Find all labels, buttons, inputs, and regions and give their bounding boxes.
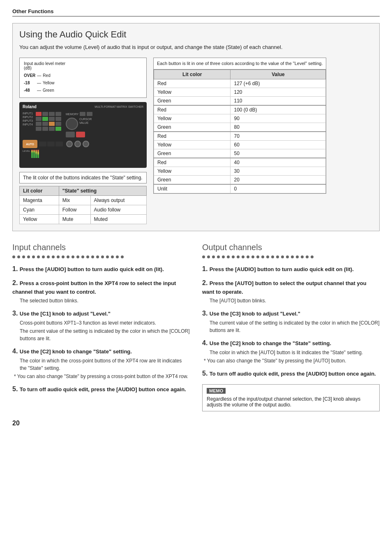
meter-row-over: OVER — Red — [24, 72, 142, 79]
input-channels-title: Input channels — [12, 243, 190, 253]
memo-label: MEMO — [207, 388, 226, 394]
section-desc: You can adjust the volume (Level) of aud… — [19, 44, 373, 50]
dot — [237, 255, 240, 258]
input-channel-dots — [12, 255, 190, 258]
dot — [76, 255, 79, 258]
dot — [202, 255, 205, 258]
table-row group-sep: Red 70 — [154, 132, 326, 141]
list-item: 4. Use the [C2] knob to change the "Stat… — [202, 338, 380, 364]
right-value-box: Each button is lit in one of three color… — [153, 58, 326, 194]
dot — [311, 255, 314, 258]
dot — [96, 255, 99, 258]
list-item: 5. To turn off audio quick edit, press t… — [202, 369, 380, 378]
channels-section: Input channels — [12, 243, 380, 411]
state-table-container: The lit color of the buttons indicates t… — [19, 172, 147, 224]
dot — [276, 255, 279, 258]
dot — [111, 255, 114, 258]
other-functions-title: Other Functions — [12, 8, 380, 16]
list-item: 3. Use the [C3] knob to adjust "Level." … — [202, 309, 380, 334]
dot — [281, 255, 284, 258]
table-row: Green 110 — [154, 97, 326, 106]
memo-text: Regardless of the input/output channel s… — [207, 396, 375, 408]
table-row group-sep: Red 100 (0 dB) — [154, 105, 326, 114]
table-row group-sep: Unlit 0 — [154, 184, 326, 193]
dot — [296, 255, 299, 258]
table-row: Magenta Mix Always output — [20, 196, 147, 205]
table-row: Red 127 (+6 dB) — [154, 79, 326, 88]
dot — [37, 255, 40, 258]
dot — [116, 255, 119, 258]
list-item: 2. Press the [AUTO] button to select the… — [202, 278, 380, 304]
table-row: Yellow 90 — [154, 114, 326, 123]
table-row: Yellow 60 — [154, 141, 326, 149]
list-item: 5. To turn off audio quick edit, press t… — [12, 384, 190, 394]
output-channels-title: Output channels — [202, 243, 380, 253]
dot — [121, 255, 124, 258]
device-brand: Roland — [23, 104, 37, 109]
section-heading-text: Other Functions — [12, 8, 53, 14]
dot — [291, 255, 294, 258]
dot — [71, 255, 74, 258]
dot — [222, 255, 225, 258]
left-diagram: Input audio level meter(dB) OVER — Red -… — [19, 58, 147, 224]
dot — [247, 255, 249, 258]
value-table: Lit color Value Red 127 (+6 dB) Yellow 1… — [154, 70, 326, 193]
state-col1-header: Lit color — [20, 186, 59, 196]
list-item: 4. Use the [C2] knob to change "State" s… — [12, 346, 190, 380]
table-row: Yellow 120 — [154, 88, 326, 97]
state-table: Lit color "State" setting Magenta Mix Al… — [19, 186, 147, 224]
dot — [256, 255, 259, 258]
dot — [242, 255, 244, 258]
table-row: Green 20 — [154, 176, 326, 185]
output-steps-list: 1. Press the [AUDIO] button to turn audi… — [202, 264, 380, 378]
dot — [47, 255, 50, 258]
dot — [62, 255, 65, 258]
dot — [306, 255, 309, 258]
dot — [81, 255, 84, 258]
dot — [232, 255, 235, 258]
dot — [301, 255, 304, 258]
dot — [32, 255, 35, 258]
diagram-area: Input audio level meter(dB) OVER — Red -… — [19, 58, 373, 224]
device-image: Roland MULTI-FORMAT MATRIX SWITCHER INPU… — [19, 102, 147, 168]
input-steps-list: 1. Press the [AUDIO] button to turn audi… — [12, 264, 190, 394]
list-item: 2. Press a cross-point button in the XPT… — [12, 278, 190, 304]
dot — [17, 255, 20, 258]
dot — [67, 255, 69, 258]
state-caption: The lit color of the buttons indicates t… — [19, 172, 147, 183]
output-channel-dots — [202, 255, 380, 258]
dot — [101, 255, 104, 258]
table-row: Cyan Follow Audio follow — [20, 205, 147, 215]
dot — [57, 255, 60, 258]
input-channels-col: Input channels — [12, 243, 190, 411]
dot — [286, 255, 289, 258]
value-col1-header: Lit color — [154, 70, 231, 79]
dot — [42, 255, 45, 258]
output-channels-col: Output channels — [202, 243, 380, 411]
dot — [251, 255, 254, 258]
table-row: Yellow 30 — [154, 167, 326, 176]
meter-levels: OVER — Red -18 — Yellow -48 — Green — [24, 72, 142, 94]
section-title: Using the Audio Quick Edit — [19, 29, 373, 40]
meter-row-18: -18 — Yellow — [24, 79, 142, 87]
dot — [217, 255, 220, 258]
memo-box: MEMO Regardless of the input/output chan… — [202, 384, 380, 411]
dot — [271, 255, 274, 258]
meter-row-48: -48 — Green — [24, 87, 142, 94]
dot — [86, 255, 89, 258]
dot — [266, 255, 269, 258]
dot — [27, 255, 30, 258]
value-col2-header: Value — [231, 70, 326, 79]
dot — [212, 255, 215, 258]
table-row: Green 80 — [154, 123, 326, 132]
list-item: 1. Press the [AUDIO] button to turn audi… — [202, 264, 380, 274]
dot — [52, 255, 55, 258]
device-subtitle: MULTI-FORMAT MATRIX SWITCHER — [95, 105, 143, 108]
dot — [91, 255, 94, 258]
page-number: 20 — [12, 420, 380, 427]
dot — [207, 255, 210, 258]
main-section-box: Using the Audio Quick Edit You can adjus… — [12, 23, 380, 231]
dot — [227, 255, 230, 258]
dot — [261, 255, 264, 258]
list-item: 3. Use the [C1] knob to adjust "Level." … — [12, 309, 190, 342]
